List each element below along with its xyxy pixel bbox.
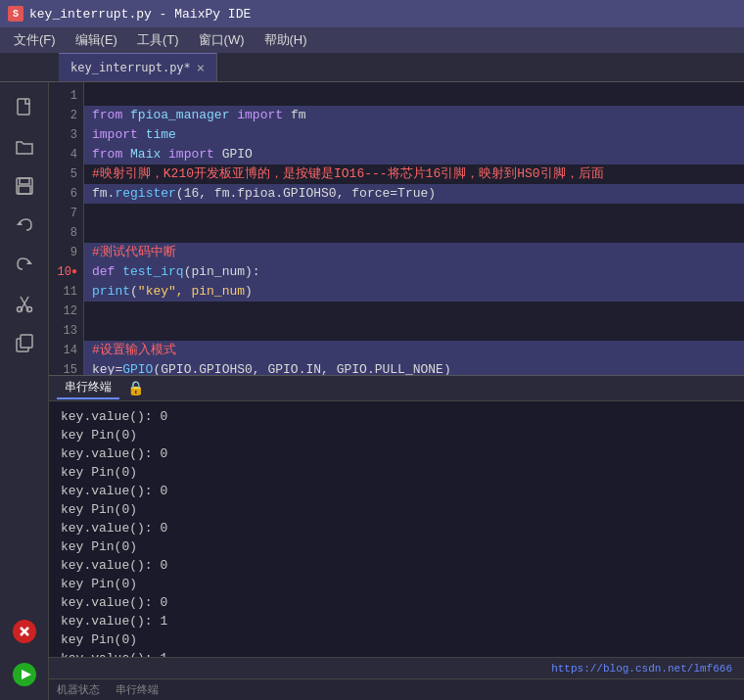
terminal-line: key Pin(0)	[61, 537, 732, 556]
terminal-line: key.value(): 0	[61, 519, 732, 537]
title-bar: S key_interrupt.py - MaixPy IDE	[0, 0, 744, 27]
tab-bar: key_interrupt.py* ×	[0, 53, 744, 82]
terminal-line: key.value(): 0	[61, 593, 732, 612]
save-button[interactable]	[7, 168, 42, 204]
sidebar	[0, 82, 49, 700]
terminal-line: key.value(): 0	[61, 407, 732, 426]
terminal-line: key Pin(0)	[61, 426, 732, 444]
run-button[interactable]	[7, 657, 42, 692]
code-line-12	[84, 302, 744, 321]
terminal-line: key.value(): 0	[61, 556, 732, 575]
line-number-14: 14	[49, 341, 83, 360]
line-number-13: 13	[49, 321, 83, 341]
menu-tools[interactable]: 工具(T)	[127, 29, 189, 51]
undo-button[interactable]	[7, 208, 42, 243]
svg-marker-4	[17, 221, 23, 225]
status-machine[interactable]: 机器状态	[57, 682, 100, 697]
code-line-9: #测试代码中断	[84, 243, 744, 262]
terminal-line: key.value(): 0	[61, 444, 732, 463]
code-line-14: #设置输入模式	[84, 341, 744, 360]
terminal-content[interactable]: key.value(): 0key Pin(0)key.value(): 0ke…	[49, 401, 744, 657]
svg-rect-0	[18, 99, 29, 115]
svg-rect-3	[19, 186, 30, 194]
svg-point-9	[26, 307, 31, 312]
code-line-8	[84, 223, 744, 243]
status-serial[interactable]: 串行终端	[116, 682, 159, 697]
line-number-9: 9	[49, 243, 83, 262]
editor-area: 12345678910 ●11121314151617 from fpioa_m…	[49, 82, 744, 700]
code-line-15: key=GPIO(GPIO.GPIOHS0, GPIO.IN, GPIO.PUL…	[84, 360, 744, 375]
copy-button[interactable]	[7, 325, 42, 360]
code-editor[interactable]: 12345678910 ●11121314151617 from fpioa_m…	[49, 82, 744, 375]
code-line-3: import time	[84, 125, 744, 145]
line-number-4: 4	[49, 145, 83, 164]
menu-window[interactable]: 窗口(W)	[189, 29, 255, 51]
svg-point-8	[17, 307, 22, 312]
menu-bar: 文件(F) 编辑(E) 工具(T) 窗口(W) 帮助(H)	[0, 27, 744, 53]
code-line-2: from fpioa_manager import fm	[84, 106, 744, 125]
terminal-tabs: 串行终端 🔒	[49, 376, 744, 401]
main-area: 12345678910 ●11121314151617 from fpioa_m…	[0, 82, 744, 700]
code-content[interactable]: from fpioa_manager import fmimport timef…	[84, 82, 744, 375]
new-file-button[interactable]	[7, 90, 42, 125]
terminal-lock-icon: 🔒	[127, 380, 144, 397]
line-number-15: 15	[49, 360, 83, 375]
tab-label: key_interrupt.py*	[70, 61, 191, 74]
line-number-6: 6	[49, 184, 83, 204]
line-number-5: 5	[49, 164, 83, 184]
url-text: https://blog.csdn.net/lmf666	[551, 663, 732, 675]
terminal-line: key Pin(0)	[61, 575, 732, 593]
line-number-8: 8	[49, 223, 83, 243]
line-number-7: 7	[49, 204, 83, 223]
code-line-7	[84, 204, 744, 223]
line-number-1: 1	[49, 86, 83, 106]
terminal-line: key Pin(0)	[61, 463, 732, 482]
svg-marker-5	[26, 260, 32, 264]
file-tab[interactable]: key_interrupt.py* ×	[59, 53, 217, 81]
code-line-6: fm.register(16, fm.fpioa.GPIOHS0, force=…	[84, 184, 744, 204]
svg-rect-2	[20, 178, 29, 184]
code-line-4: from Maix import GPIO	[84, 145, 744, 164]
line-number-11: 11	[49, 282, 83, 302]
line-number-2: 2	[49, 106, 83, 125]
terminal-line: key Pin(0)	[61, 630, 732, 649]
title-text: key_interrupt.py - MaixPy IDE	[29, 7, 251, 22]
code-line-13	[84, 321, 744, 341]
terminal-area: 串行终端 🔒 key.value(): 0key Pin(0)key.value…	[49, 375, 744, 678]
code-line-5: #映射引脚，K210开发板亚博的，是按键是IO16---将芯片16引脚，映射到H…	[84, 164, 744, 184]
code-line-11: print("key", pin_num)	[84, 282, 744, 302]
terminal-line: key.value(): 1	[61, 612, 732, 630]
tab-close-button[interactable]: ×	[197, 60, 205, 75]
line-number-3: 3	[49, 125, 83, 145]
app-icon: S	[8, 6, 23, 22]
redo-button[interactable]	[7, 247, 42, 282]
svg-rect-11	[21, 335, 32, 348]
line-numbers: 12345678910 ●11121314151617	[49, 82, 84, 375]
cut-button[interactable]	[7, 286, 42, 321]
code-line-1	[84, 86, 744, 106]
line-number-12: 12	[49, 302, 83, 321]
stop-button[interactable]	[7, 614, 42, 649]
terminal-tab-serial[interactable]: 串行终端	[57, 377, 119, 399]
menu-edit[interactable]: 编辑(E)	[66, 29, 127, 51]
terminal-line: key.value(): 1	[61, 649, 732, 657]
code-line-10: def test_irq(pin_num):	[84, 262, 744, 282]
menu-file[interactable]: 文件(F)	[4, 29, 66, 51]
status-bar: 机器状态 串行终端	[49, 678, 744, 700]
bottom-bar: https://blog.csdn.net/lmf666	[49, 657, 744, 678]
open-folder-button[interactable]	[7, 129, 42, 164]
menu-help[interactable]: 帮助(H)	[255, 29, 317, 51]
terminal-line: key.value(): 0	[61, 482, 732, 500]
terminal-line: key Pin(0)	[61, 500, 732, 519]
line-number-10: 10 ●	[49, 262, 83, 282]
